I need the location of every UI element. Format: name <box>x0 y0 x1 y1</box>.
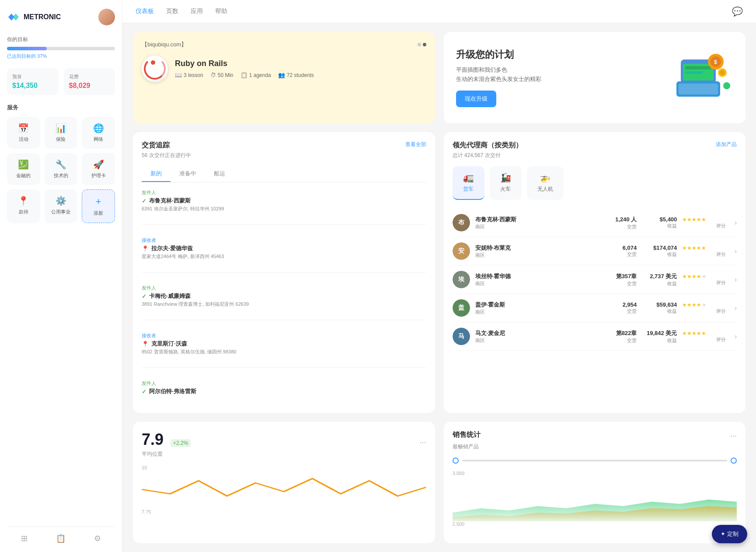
agent-transactions-4: 2,954 交货 <box>602 301 637 314</box>
tech-label: 技术的 <box>54 172 68 179</box>
agent-rating-5: ★★★★★ 评分 <box>682 330 726 343</box>
agent-info-1: 布鲁克林·西蒙斯 南区 <box>475 216 597 230</box>
agent-region-4: 南区 <box>475 309 597 315</box>
agent-rev-val-4: $59,634 <box>642 301 677 308</box>
service-item-add[interactable]: + 添新 <box>82 189 115 223</box>
agent-info-2: 安妮特·布莱克 南区 <box>475 244 597 259</box>
tab-train[interactable]: 🚂 火车 <box>490 166 522 200</box>
chat-icon[interactable]: 💬 <box>732 6 743 17</box>
avatar[interactable] <box>98 9 115 25</box>
layers-icon[interactable]: ⊞ <box>21 534 28 543</box>
progress-text: 已达到目标的 37% <box>7 53 115 59</box>
role-4: 接收者 <box>142 332 426 339</box>
agenda-val: 1 agenda <box>249 72 271 78</box>
service-item-activities[interactable]: 📅 活动 <box>7 117 40 149</box>
service-item-utility[interactable]: ⚙️ 公用事业 <box>45 189 78 223</box>
course-card-header: 【biqubiqu.com】 <box>142 41 426 49</box>
name-1: ✓ 布鲁克林·西蒙斯 <box>142 197 426 205</box>
view-all-link[interactable]: 查看全部 <box>405 141 426 148</box>
lessons-meta: 📖 3 lesson <box>175 72 203 78</box>
tab-drone[interactable]: 🚁 无人机 <box>527 166 564 200</box>
nav-apps[interactable]: 应用 <box>191 7 203 15</box>
add-product-link[interactable]: 添加产品 <box>716 141 737 148</box>
agent-rating-1: ★★★★★ 评分 <box>682 217 726 229</box>
agent-trans-label-3: 交货 <box>602 280 637 287</box>
tab-new[interactable]: 新的 <box>142 166 171 182</box>
agent-row-5: 马 马文·麦金尼 南区 第822章 交货 19,842 美元 收益 <box>453 322 737 351</box>
agent-arrow-3[interactable]: › <box>735 276 737 283</box>
agent-rev-val-3: 2,737 美元 <box>642 273 677 280</box>
nav-dashboard[interactable]: 仪表板 <box>136 7 154 15</box>
addr-2: 星家大道2464号 梅萨, 新泽西州 45463 <box>142 253 426 260</box>
addr-1: 6391 埃尔金圣塞萨尔, 特拉华州 10299 <box>142 206 426 212</box>
network-icon: 🌐 <box>93 123 104 133</box>
agent-trans-label-1: 交货 <box>602 224 637 230</box>
agent-rating-label-5: 评分 <box>682 336 726 343</box>
tracking-entry-5: 发件人 ✓ 阿尔伯特·弗洛雷斯 <box>142 380 426 396</box>
drone-label: 无人机 <box>537 185 553 193</box>
service-item-network[interactable]: 🌐 网络 <box>82 117 115 149</box>
avg-position-value: 7.9 <box>142 430 164 449</box>
tab-shipping[interactable]: 船运 <box>205 166 234 182</box>
network-label: 网络 <box>94 136 103 143</box>
service-item-nursing[interactable]: 🚀 护理卡 <box>82 153 115 185</box>
nav-pages[interactable]: 页数 <box>166 7 178 15</box>
students-meta: 👥 72 students <box>278 72 314 78</box>
more-options-icon[interactable]: ··· <box>419 438 426 447</box>
agent-info-4: 盖伊·霍金斯 南区 <box>475 301 597 315</box>
agent-name-4: 盖伊·霍金斯 <box>475 301 597 309</box>
upgrade-button[interactable]: 现在升级 <box>456 91 496 107</box>
budget-row: 预算 $14,350 花费 $8,029 <box>7 68 115 95</box>
avg-position-card: 7.9 +2.2% ··· 平均位置 10 7.75 <box>133 422 435 543</box>
agent-avatar-3: 埃 <box>453 271 470 288</box>
sales-more-icon[interactable]: ··· <box>730 431 737 440</box>
agent-arrow-4[interactable]: › <box>735 304 737 311</box>
agent-arrow-2[interactable]: › <box>735 248 737 255</box>
agent-title: 领先代理商（按类别） <box>453 141 523 150</box>
loc-icon-4: 📍 <box>142 341 149 347</box>
sales-range <box>453 458 737 464</box>
range-left-handle[interactable] <box>453 458 459 464</box>
range-right-handle[interactable] <box>731 458 737 464</box>
course-info: Ruby on Rails 📖 3 lesson ⏱ 50 Min 📋 1 <box>175 59 314 78</box>
nav-help[interactable]: 帮助 <box>215 7 227 15</box>
dot-2[interactable] <box>423 43 426 46</box>
avg-position-chart: 10 7.75 <box>142 465 426 509</box>
duration-meta: ⏱ 50 Min <box>210 72 233 78</box>
agent-name-2: 安妮特·布莱克 <box>475 244 597 252</box>
range-track[interactable] <box>462 460 728 461</box>
goal-label: 你的目标 <box>7 36 115 43</box>
hospitality-label: 款待 <box>19 209 28 215</box>
agent-trans-val-5: 第822章 <box>602 329 637 337</box>
tracking-list: 发件人 ✓ 布鲁克林·西蒙斯 6391 埃尔金圣塞萨尔, 特拉华州 10299 … <box>142 189 426 396</box>
service-item-tech[interactable]: 🔧 技术的 <box>45 153 78 185</box>
nursing-label: 护理卡 <box>91 172 106 179</box>
truck-icon: 🚛 <box>463 172 474 183</box>
upgrade-card: 升级您的计划 平面插图和我们多色 生动的未混合紫色头发女士的精彩 现在升级 $ <box>444 32 746 123</box>
service-item-insurance[interactable]: 📊 保险 <box>45 117 78 149</box>
loc-icon-2: 📍 <box>142 245 149 252</box>
agent-arrow-5[interactable]: › <box>735 333 737 340</box>
tab-preparing[interactable]: 准备中 <box>171 166 205 182</box>
add-icon: + <box>96 196 101 207</box>
agent-arrow-1[interactable]: › <box>735 219 737 226</box>
train-icon: 🚂 <box>500 172 511 183</box>
sales-card: 销售统计 ··· 最畅销产品 3,000 <box>444 422 746 543</box>
customize-button[interactable]: ✦ 定制 <box>712 525 747 543</box>
budget-card: 预算 $14,350 <box>7 68 59 95</box>
agent-region-2: 南区 <box>475 252 597 259</box>
agent-rev-val-1: $5,400 <box>642 216 677 223</box>
settings-icon[interactable]: ⚙ <box>94 534 101 543</box>
topbar: 仪表板 页数 应用 帮助 💬 <box>122 0 756 23</box>
service-item-hospitality[interactable]: 📍 款待 <box>7 189 40 223</box>
dot-1[interactable] <box>418 43 421 46</box>
agent-trans-val-4: 2,954 <box>602 301 637 308</box>
agent-rating-label-4: 评分 <box>682 308 726 314</box>
tracking-entry-3: 发件人 ✓ 卡梅伦·威廉姆森 3891 Ranchview 理查森博士, 加利福… <box>142 285 426 307</box>
avg-position-growth: +2.2% <box>171 439 191 447</box>
service-item-finance[interactable]: 💹 金融的 <box>7 153 40 185</box>
course-title: Ruby on Rails <box>175 59 314 68</box>
check-icon-1: ✓ <box>142 198 146 204</box>
tab-truck[interactable]: 🚛 货车 <box>453 166 484 200</box>
file-icon[interactable]: 📋 <box>56 534 66 543</box>
